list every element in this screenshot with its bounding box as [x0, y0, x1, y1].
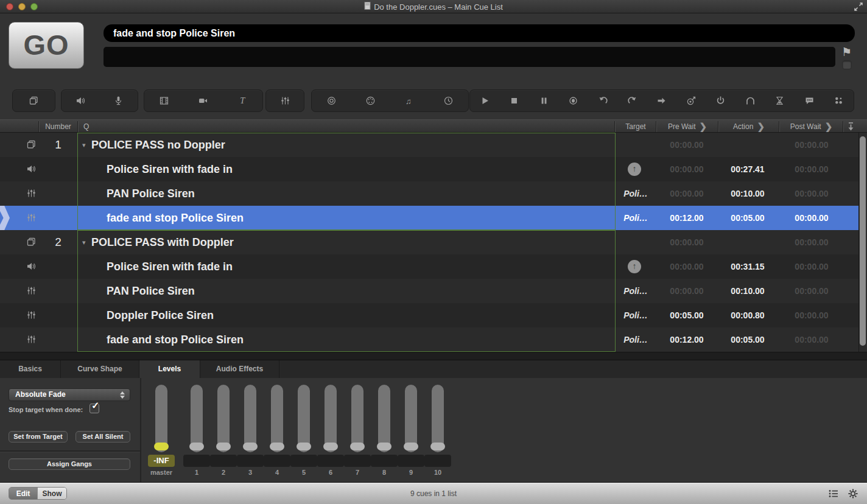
- fader-value-7[interactable]: [344, 455, 371, 467]
- cue-row[interactable]: PAN Police SirenPoli…00:00.0000:10.0000:…: [0, 279, 858, 303]
- fullscreen-icon[interactable]: [854, 2, 863, 12]
- cue-name-field[interactable]: fade and stop Police Siren: [104, 24, 855, 42]
- camera-cue-icon[interactable]: [198, 96, 208, 106]
- record-icon[interactable]: [568, 96, 578, 106]
- tab-basics[interactable]: Basics: [0, 360, 61, 378]
- flagged-checkbox[interactable]: [842, 60, 852, 69]
- fader-value-4[interactable]: [264, 455, 290, 467]
- tab-curve-shape[interactable]: Curve Shape: [61, 360, 139, 378]
- fader-thumb-2[interactable]: [216, 443, 231, 450]
- fade-mode-select[interactable]: Absolute Fade: [9, 388, 130, 401]
- column-number[interactable]: Number: [39, 120, 77, 133]
- stop-icon[interactable]: [509, 96, 519, 106]
- go-button[interactable]: GO: [9, 22, 84, 69]
- post-wait-value: 00:00.00: [781, 279, 842, 303]
- fader-value-5[interactable]: [290, 455, 317, 467]
- fader-thumb-3[interactable]: [243, 443, 258, 450]
- cue-name: fade and stop Police Siren: [107, 327, 244, 352]
- fader-value-10[interactable]: [424, 455, 451, 467]
- cue-name: POLICE PASS with Doppler: [91, 230, 234, 254]
- fader-thumb-5[interactable]: [297, 443, 311, 450]
- power-icon[interactable]: [715, 96, 726, 106]
- mic-cue-icon[interactable]: [113, 96, 124, 106]
- column-pre-wait[interactable]: Pre Wait❯: [656, 120, 718, 133]
- fader-thumb-6[interactable]: [323, 443, 338, 450]
- fader-thumb-1[interactable]: [189, 443, 204, 450]
- fader-thumb-4[interactable]: [270, 443, 284, 450]
- cue-row[interactable]: Police Siren with fade in↑00:00.0000:31.…: [0, 254, 858, 279]
- tab-audio-effects[interactable]: Audio Effects: [200, 360, 279, 378]
- edit-mode-button[interactable]: Edit: [9, 488, 37, 499]
- continue-mode-column-icon[interactable]: [843, 120, 858, 133]
- undo-icon[interactable]: [598, 96, 608, 106]
- target-cue-icon[interactable]: [326, 96, 337, 106]
- disclosure-triangle-icon[interactable]: ▾: [82, 133, 86, 157]
- play-icon[interactable]: [480, 96, 490, 106]
- cue-row[interactable]: Police Siren with fade in↑00:00.0000:27.…: [0, 157, 858, 181]
- video-cue-icon[interactable]: [159, 96, 169, 106]
- fader-thumb-10[interactable]: [430, 443, 445, 450]
- fader-value-3[interactable]: [237, 455, 264, 467]
- fade-cue-icon: [26, 212, 37, 223]
- column-target[interactable]: Target: [615, 120, 656, 133]
- scrollbar-thumb[interactable]: [860, 136, 866, 346]
- headphones-icon[interactable]: [745, 96, 756, 106]
- retarget-icon[interactable]: [686, 96, 697, 106]
- set-all-silent-button[interactable]: Set All Silent: [75, 431, 130, 443]
- fader-value-1[interactable]: [183, 455, 210, 467]
- cue-row[interactable]: 1▾POLICE PASS no Doppler00:00.0000:00.00: [0, 133, 858, 157]
- column-q[interactable]: Q: [83, 120, 102, 133]
- fader-value-master[interactable]: -INF: [148, 455, 175, 467]
- redo-icon[interactable]: [627, 96, 637, 106]
- midi-cue-icon[interactable]: [365, 96, 376, 106]
- chat-icon[interactable]: [804, 96, 815, 106]
- load-icon[interactable]: [656, 96, 667, 106]
- action-value: 00:00.80: [717, 303, 778, 327]
- text-cue-icon[interactable]: T: [237, 96, 248, 106]
- tab-levels[interactable]: Levels: [139, 360, 200, 378]
- toolbar-group: ♫: [311, 89, 469, 112]
- cue-row[interactable]: PAN Police SirenPoli…00:00.0000:10.0000:…: [0, 181, 858, 206]
- cue-name: Police Siren with fade in: [107, 254, 233, 279]
- levels-panel: Absolute Fade Stop target when done: ✓ S…: [0, 378, 867, 482]
- pause-icon[interactable]: [539, 96, 549, 106]
- cue-number: 2: [39, 230, 77, 254]
- audio-cue-icon[interactable]: [75, 96, 86, 106]
- cue-row[interactable]: 2▾POLICE PASS with Doppler00:00.0000:00.…: [0, 230, 858, 254]
- pre-wait-value: 00:05.00: [656, 303, 717, 327]
- cue-row[interactable]: Doppler Police SirenPoli…00:05.0000:00.8…: [0, 303, 858, 327]
- splitter-handle[interactable]: [0, 352, 867, 360]
- playhead-icon: [0, 206, 10, 230]
- fader-thumb-master[interactable]: [154, 443, 169, 450]
- cue-lists-icon[interactable]: [828, 488, 839, 499]
- cue-list-header: Number Q Target Pre Wait❯ Action❯ Post W…: [0, 119, 867, 133]
- hourglass-icon[interactable]: [774, 96, 785, 106]
- fader-value-6[interactable]: [317, 455, 344, 467]
- stop-target-checkbox[interactable]: ✓: [90, 404, 99, 413]
- cue-row[interactable]: fade and stop Police SirenPoli…00:12.000…: [0, 327, 858, 352]
- timecode-cue-icon[interactable]: [443, 96, 454, 106]
- assign-gangs-button[interactable]: Assign Gangs: [9, 458, 130, 470]
- fader-thumb-7[interactable]: [350, 443, 365, 450]
- fader-value-2[interactable]: [210, 455, 237, 467]
- cue-notes-field[interactable]: [104, 47, 835, 67]
- fader-value-9[interactable]: [398, 455, 424, 467]
- disclosure-triangle-icon[interactable]: ▾: [82, 230, 86, 254]
- column-post-wait[interactable]: Post Wait❯: [779, 120, 843, 133]
- column-action[interactable]: Action❯: [718, 120, 779, 133]
- fader-thumb-9[interactable]: [404, 443, 418, 450]
- window-title: Do the Doppler.cues – Main Cue List: [374, 2, 503, 12]
- fade-cue-icon[interactable]: [280, 96, 290, 106]
- group-cue-icon: [26, 237, 37, 247]
- post-wait-value: 00:00.00: [781, 254, 842, 279]
- group-cue-icon[interactable]: [29, 96, 39, 106]
- set-from-target-button[interactable]: Set from Target: [9, 431, 68, 443]
- music-cue-icon[interactable]: ♫: [404, 96, 415, 106]
- settings-gear-icon[interactable]: [848, 488, 858, 499]
- show-mode-button[interactable]: Show: [37, 488, 66, 499]
- fader-thumb-8[interactable]: [377, 443, 391, 450]
- group-dots-icon[interactable]: [834, 96, 844, 106]
- post-wait-value: 00:00.00: [781, 327, 842, 352]
- cue-row[interactable]: fade and stop Police SirenPoli…00:12.000…: [0, 206, 858, 230]
- fader-value-8[interactable]: [371, 455, 398, 467]
